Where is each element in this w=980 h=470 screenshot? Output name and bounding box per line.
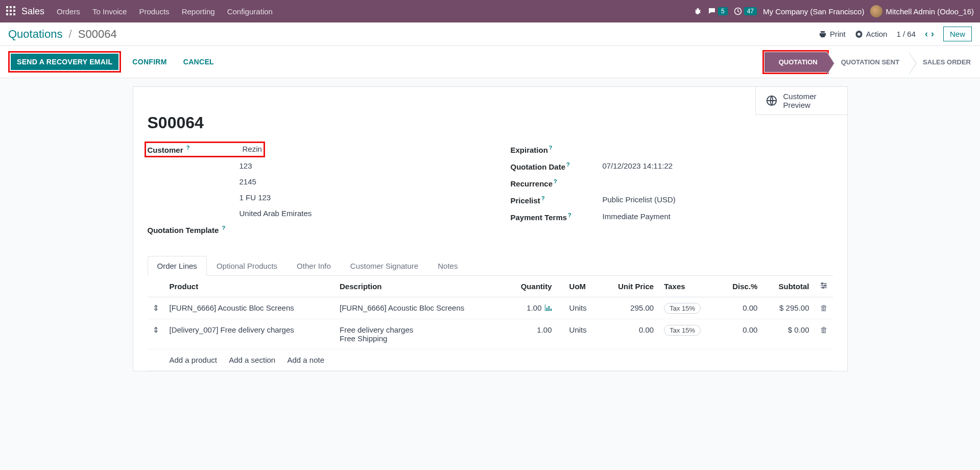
- help-icon[interactable]: ?: [568, 212, 571, 218]
- nav-reporting[interactable]: Reporting: [182, 7, 215, 16]
- status-quotation[interactable]: QUOTATION: [764, 52, 827, 72]
- line-description[interactable]: [FURN_6666] Acoustic Bloc Screens: [334, 297, 505, 319]
- line-disc[interactable]: 0.00: [718, 297, 762, 319]
- user-menu[interactable]: Mitchell Admin (Odoo_16): [870, 5, 974, 17]
- pager-arrows: ‹ ›: [925, 29, 934, 39]
- tab-order-lines[interactable]: Order Lines: [148, 256, 207, 276]
- line-uom[interactable]: Units: [557, 297, 601, 319]
- quotation-date-value[interactable]: 07/12/2023 14:11:22: [603, 161, 833, 170]
- quotation-date-label: Quotation Date?: [511, 161, 603, 171]
- pager[interactable]: 1 / 64: [896, 30, 916, 38]
- help-icon[interactable]: ?: [554, 178, 557, 184]
- line-disc[interactable]: 0.00: [718, 319, 762, 349]
- payment-terms-value[interactable]: Immediate Payment: [603, 212, 833, 221]
- line-description[interactable]: Free delivery chargesFree Shipping: [334, 319, 505, 349]
- topbar: Sales Orders To Invoice Products Reporti…: [0, 0, 980, 22]
- line-taxes[interactable]: Tax 15%: [659, 297, 718, 319]
- breadcrumb-root[interactable]: Quotations: [8, 28, 62, 40]
- form-sheet: Customer Preview S00064 Customer ? Rezin…: [133, 86, 848, 371]
- line-quantity[interactable]: 1.00: [505, 319, 557, 349]
- svg-rect-1: [10, 6, 12, 8]
- drag-handle[interactable]: ⇕: [148, 319, 164, 349]
- activity-icon[interactable]: 47: [734, 7, 757, 15]
- line-product[interactable]: [FURN_6666] Acoustic Bloc Screens: [164, 297, 335, 319]
- help-icon[interactable]: ?: [186, 145, 190, 151]
- module-name[interactable]: Sales: [21, 6, 44, 17]
- line-unit-price[interactable]: 295.00: [601, 297, 659, 319]
- company-selector[interactable]: My Company (San Francisco): [763, 7, 864, 16]
- col-taxes[interactable]: Taxes: [659, 276, 718, 297]
- breadcrumb-current: S00064: [78, 28, 117, 40]
- col-quantity[interactable]: Quantity: [505, 276, 557, 297]
- line-subtotal: $ 295.00: [762, 297, 814, 319]
- discuss-badge: 5: [718, 7, 728, 15]
- nav-products[interactable]: Products: [139, 7, 169, 16]
- line-uom[interactable]: Units: [557, 319, 601, 349]
- debug-icon[interactable]: [694, 7, 702, 15]
- nav-to-invoice[interactable]: To Invoice: [92, 7, 127, 16]
- status-quotation-sent[interactable]: QUOTATION SENT: [827, 52, 909, 72]
- svg-point-13: [822, 287, 824, 289]
- forecast-icon[interactable]: [545, 303, 552, 312]
- action-button[interactable]: Action: [855, 30, 888, 38]
- col-product[interactable]: Product: [164, 276, 335, 297]
- customer-preview-button[interactable]: Customer Preview: [755, 87, 847, 115]
- svg-rect-0: [6, 6, 8, 8]
- tab-customer-signature[interactable]: Customer Signature: [341, 256, 428, 275]
- new-button[interactable]: New: [943, 27, 972, 41]
- tab-notes[interactable]: Notes: [428, 256, 467, 275]
- line-quantity[interactable]: 1.00: [505, 297, 557, 319]
- record-name: S00064: [148, 113, 833, 132]
- status-sales-order[interactable]: SALES ORDER: [909, 52, 980, 72]
- line-taxes[interactable]: Tax 15%: [659, 319, 718, 349]
- tab-optional-products[interactable]: Optional Products: [207, 256, 287, 275]
- form-left-column: Customer ? Rezin 123 2145 1 FU 123 Unite…: [148, 145, 470, 242]
- columns-config-icon[interactable]: [815, 276, 833, 297]
- help-icon[interactable]: ?: [566, 161, 570, 168]
- status-bar: QUOTATION QUOTATION SENT SALES ORDER: [764, 52, 980, 72]
- table-row[interactable]: ⇕ [FURN_6666] Acoustic Bloc Screens [FUR…: [148, 297, 833, 319]
- col-subtotal[interactable]: Subtotal: [762, 276, 814, 297]
- address-country: United Arab Emirates: [240, 209, 470, 218]
- user-name: Mitchell Admin (Odoo_16): [886, 7, 974, 16]
- tab-other-info[interactable]: Other Info: [287, 256, 341, 275]
- nav-configuration[interactable]: Configuration: [227, 7, 273, 16]
- help-icon[interactable]: ?: [222, 225, 225, 231]
- address-line-1: 123: [240, 161, 470, 170]
- col-description[interactable]: Description: [334, 276, 505, 297]
- apps-icon[interactable]: [6, 6, 15, 17]
- line-product[interactable]: [Delivery_007] Free delivery charges: [164, 319, 335, 349]
- table-row[interactable]: ⇕ [Delivery_007] Free delivery charges F…: [148, 319, 833, 349]
- help-icon[interactable]: ?: [541, 195, 545, 201]
- send-recovery-email-button[interactable]: SEND A RECOVERY EMAIL: [11, 54, 118, 70]
- line-unit-price[interactable]: 0.00: [601, 319, 659, 349]
- customer-value[interactable]: Rezin: [240, 145, 262, 153]
- discuss-icon[interactable]: 5: [708, 7, 728, 15]
- confirm-button[interactable]: CONFIRM: [127, 54, 172, 70]
- avatar: [870, 5, 882, 17]
- print-button[interactable]: Print: [819, 30, 846, 38]
- svg-rect-2: [13, 6, 15, 8]
- recovery-highlight: SEND A RECOVERY EMAIL: [8, 51, 121, 73]
- pricelist-value[interactable]: Public Pricelist (USD): [603, 195, 833, 204]
- add-section[interactable]: Add a section: [229, 356, 275, 364]
- add-product[interactable]: Add a product: [170, 356, 217, 364]
- col-unit-price[interactable]: Unit Price: [601, 276, 659, 297]
- help-icon[interactable]: ?: [549, 145, 553, 151]
- delete-line[interactable]: 🗑: [815, 297, 833, 319]
- address-line-3: 1 FU 123: [240, 193, 470, 202]
- add-note[interactable]: Add a note: [288, 356, 325, 364]
- trash-icon: 🗑: [820, 303, 828, 312]
- pricelist-label: Pricelist?: [511, 195, 603, 205]
- pager-next[interactable]: ›: [931, 29, 934, 39]
- svg-rect-3: [6, 10, 8, 12]
- svg-rect-4: [10, 10, 12, 12]
- nav-orders[interactable]: Orders: [57, 7, 80, 16]
- gear-icon: [855, 30, 863, 38]
- col-disc[interactable]: Disc.%: [718, 276, 762, 297]
- pager-prev[interactable]: ‹: [925, 29, 928, 39]
- cancel-button[interactable]: CANCEL: [178, 54, 219, 70]
- drag-handle[interactable]: ⇕: [148, 297, 164, 319]
- col-uom[interactable]: UoM: [557, 276, 601, 297]
- delete-line[interactable]: 🗑: [815, 319, 833, 349]
